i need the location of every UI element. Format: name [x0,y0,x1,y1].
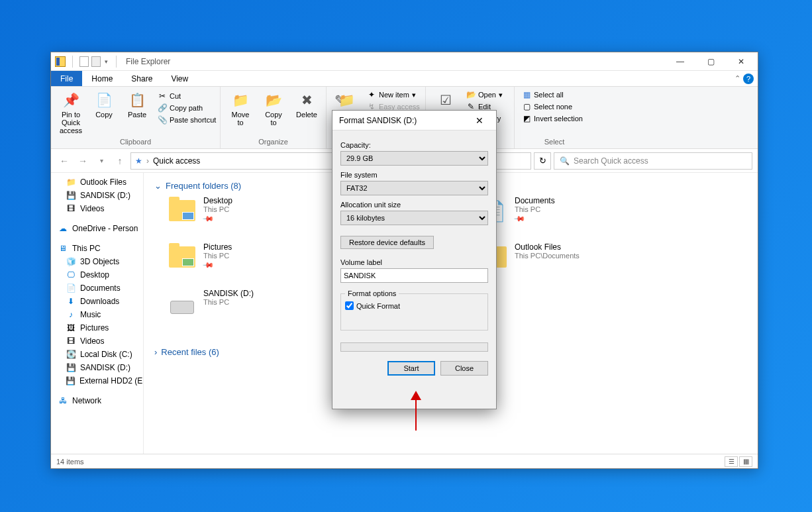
search-icon: 🔍 [560,156,570,166]
view-icons-button[interactable]: ▦ [739,456,752,467]
copy-path-button[interactable]: 🔗Copy path [156,103,218,113]
window-title: File Explorer [126,57,170,66]
format-options-legend: Format options [345,289,399,297]
help-icon[interactable]: ? [743,74,754,84]
select-all-button[interactable]: ▦Select all [520,89,585,100]
quick-format-checkbox[interactable]: Quick Format [345,301,483,310]
ribbon-group-organize: Organize [226,138,321,147]
ribbon-collapse-icon[interactable]: ⌃ [735,74,740,83]
pin-to-quick-access-button[interactable]: 📌Pin to Quick access [56,89,85,136]
capacity-select[interactable]: 29.9 GB [340,151,488,166]
start-button[interactable]: Start [387,361,435,376]
refresh-button[interactable]: ↻ [534,152,551,170]
volume-label-label: Volume label [340,258,488,266]
quick-access-icon: ★ [135,156,142,166]
ribbon-group-clipboard: Clipboard [56,138,215,147]
explorer-icon [55,56,66,67]
pin-icon: 📌 [201,213,214,225]
capacity-label: Capacity: [340,141,488,149]
nav-up-button[interactable]: ↑ [112,153,128,169]
format-dialog: Format SANDISK (D:) ✕ Capacity: 29.9 GB … [332,110,497,409]
pin-icon: 📌 [513,213,525,225]
tab-share[interactable]: Share [122,71,162,86]
allocation-select[interactable]: 16 kilobytes [340,211,488,225]
dialog-title: Format SANDISK (D:) [339,116,417,125]
restore-defaults-button[interactable]: Restore device defaults [340,236,434,249]
nav-local-disk-c[interactable]: 💽Local Disk (C:) [51,348,143,361]
allocation-label: Allocation unit size [340,201,488,209]
nav-back-button[interactable]: ← [56,153,72,169]
nav-sandisk2[interactable]: 💾SANDISK (D:) [51,361,143,374]
nav-pictures[interactable]: 🖼Pictures [51,321,143,334]
new-item-button[interactable]: ✦New item ▾ [365,89,422,100]
filesystem-label: File system [340,171,488,179]
minimize-button[interactable]: — [665,52,695,71]
qa-chevron-icon[interactable]: ▾ [105,58,108,65]
filesystem-select[interactable]: FAT32 [340,181,488,195]
nav-forward-button[interactable]: → [75,153,91,169]
nav-documents[interactable]: 📄Documents [51,282,143,295]
view-details-button[interactable]: ☰ [725,456,738,467]
format-options-fieldset: Format options Quick Format [340,289,488,331]
tab-view[interactable]: View [162,71,197,86]
nav-this-pc[interactable]: 🖥This PC [51,242,143,255]
tab-home[interactable]: Home [82,71,122,86]
close-button[interactable]: ✕ [726,52,756,71]
nav-recent-button[interactable]: ▾ [93,153,109,169]
nav-videos2[interactable]: 🎞Videos [51,334,143,348]
invert-selection-button[interactable]: ◩Invert selection [520,113,585,124]
copy-to-button[interactable]: 📂Copy to [259,89,288,128]
paste-shortcut-button[interactable]: 📎Paste shortcut [156,115,218,125]
new-folder-button[interactable]: 📁 [332,89,361,112]
qa-doc-icon2[interactable] [91,56,101,67]
open-button[interactable]: 📂Open ▾ [464,89,505,100]
cut-button[interactable]: ✂Cut [156,91,218,101]
nav-outlook-files[interactable]: 📁Outlook Files [51,176,143,189]
maximize-button[interactable]: ▢ [695,52,726,71]
dialog-close-button[interactable]: ✕ [470,111,489,130]
statusbar: 14 items ☰ ▦ [51,454,758,468]
nav-3d-objects[interactable]: 🧊3D Objects [51,255,143,268]
chevron-right-icon: › [154,347,157,357]
nav-desktop[interactable]: 🖵Desktop [51,268,143,282]
folder-desktop[interactable]: DesktopThis PC📌 [168,196,254,225]
qa-doc-icon[interactable] [79,56,89,67]
search-input[interactable]: 🔍 Search Quick access [554,152,752,170]
close-button[interactable]: Close [440,361,488,376]
pin-icon: 📌 [201,259,214,272]
status-items: 14 items [56,458,84,466]
nav-external-hdd[interactable]: 💾External HDD2 (E [51,374,143,387]
paste-button[interactable]: 📋Paste [123,89,152,120]
tab-file[interactable]: File [51,71,82,86]
navigation-pane: 📁Outlook Files 💾SANDISK (D:) 🎞Videos ☁On… [51,173,144,454]
search-placeholder: Search Quick access [574,156,648,166]
move-to-button[interactable]: 📁Move to [226,89,255,128]
copy-button[interactable]: 📄Copy [89,89,119,120]
progress-bar [340,342,488,352]
address-location: Quick access [153,156,200,166]
titlebar: ▾ File Explorer — ▢ ✕ [51,52,758,71]
nav-downloads[interactable]: ⬇Downloads [51,295,143,308]
nav-network[interactable]: 🖧Network [51,394,143,407]
chevron-down-icon: ⌄ [154,181,162,191]
nav-music[interactable]: ♪Music [51,308,143,321]
properties-button[interactable]: ☑ [431,89,460,112]
volume-label-input[interactable] [340,268,488,283]
nav-onedrive[interactable]: ☁OneDrive - Person [51,222,143,235]
ribbon-group-select: Select [520,138,589,147]
folder-pictures[interactable]: PicturesThis PC📌 [168,242,254,272]
select-none-button[interactable]: ▢Select none [520,101,585,112]
menubar: File Home Share View ⌃ ? [51,71,758,87]
nav-videos[interactable]: 🎞Videos [51,202,143,215]
nav-sandisk[interactable]: 💾SANDISK (D:) [51,189,143,202]
folder-sandisk[interactable]: SANDISK (D:)This PC [168,289,254,318]
delete-button[interactable]: ✖Delete [292,89,321,120]
